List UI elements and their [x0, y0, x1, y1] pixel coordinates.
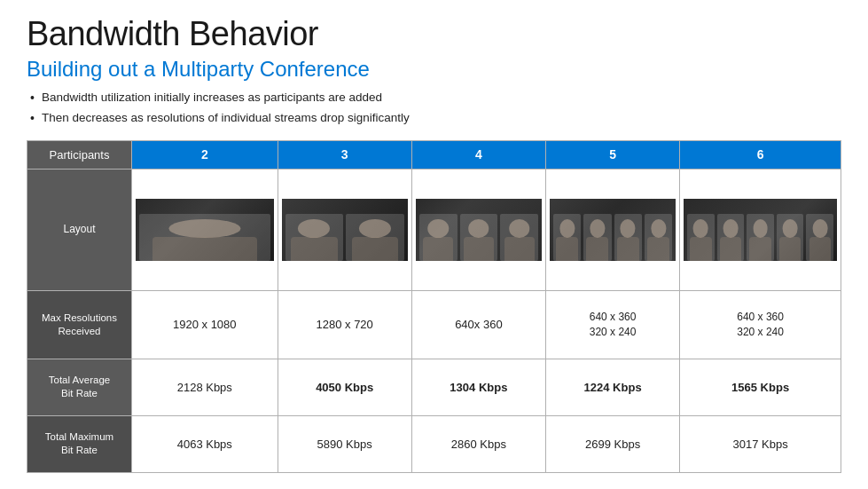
person-block: [346, 214, 404, 261]
max-res-3: 1280 x 720: [278, 290, 411, 359]
person-block: [806, 214, 833, 261]
max-res-4: 640x 360: [411, 290, 545, 359]
video-thumb-5: [550, 199, 676, 261]
avg-bit-5: 1224 Kbps: [546, 359, 680, 415]
col-header-3: 3: [278, 140, 411, 169]
person-block: [553, 214, 581, 261]
bullet-text-1: Bandwidth utilization initially increase…: [42, 89, 382, 106]
person-block: [717, 214, 745, 261]
avg-bit-3: 4050 Kbps: [278, 359, 411, 415]
data-table: Participants 2 3 4 5 6 Layout: [27, 140, 841, 473]
person-block: [583, 214, 611, 261]
max-bit-5: 2699 Kbps: [546, 415, 680, 472]
person-block: [777, 214, 804, 261]
bullet-dot-2: •: [30, 109, 35, 128]
layout-cell-6: [680, 169, 841, 290]
col-header-5: 5: [546, 140, 680, 169]
person-block: [139, 214, 270, 261]
layout-cell-5: [546, 169, 680, 290]
table-row-layout: Layout: [27, 169, 841, 290]
max-bit-2: 4063 Kbps: [132, 415, 278, 472]
max-bit-4: 2860 Kbps: [411, 415, 545, 472]
max-bit-6: 3017 Kbps: [680, 415, 841, 472]
bullet-text-2: Then decreases as resolutions of individ…: [42, 109, 410, 127]
person-block: [645, 214, 672, 261]
layout-cell-2: [132, 169, 278, 290]
person-block: [687, 214, 715, 261]
col-header-participants: Participants: [27, 140, 132, 169]
person-block: [500, 214, 538, 261]
row-label-max-res: Max ResolutionsReceived: [27, 290, 132, 359]
layout-cell-3: [278, 169, 411, 290]
person-block: [614, 214, 642, 261]
sub-title: Building out a Multiparty Conference: [27, 57, 841, 82]
col-header-2: 2: [132, 140, 278, 169]
video-thumb-3: [282, 199, 408, 261]
row-label-avg-bit: Total AverageBit Rate: [27, 359, 132, 415]
table-header-row: Participants 2 3 4 5 6: [27, 140, 841, 169]
table-row-max-bit: Total MaximumBit Rate 4063 Kbps 5890 Kbp…: [27, 415, 841, 472]
bullet-dot-1: •: [30, 89, 35, 107]
max-res-5: 640 x 360320 x 240: [546, 290, 680, 359]
max-bit-3: 5890 Kbps: [278, 415, 411, 472]
max-res-6: 640 x 360320 x 240: [680, 290, 841, 359]
max-res-2: 1920 x 1080: [132, 290, 278, 359]
col-header-6: 6: [680, 140, 841, 169]
person-block: [460, 214, 498, 261]
person-block: [285, 214, 344, 261]
avg-bit-2: 2128 Kbps: [132, 359, 278, 415]
person-block: [747, 214, 774, 261]
avg-bit-4: 1304 Kbps: [411, 359, 545, 415]
row-label-max-bit: Total MaximumBit Rate: [27, 415, 132, 472]
video-thumb-6: [684, 199, 837, 261]
avg-bit-6: 1565 Kbps: [680, 359, 841, 415]
page-container: Bandwidth Behavior Building out a Multip…: [0, 0, 868, 489]
bullets-list: • Bandwidth utilization initially increa…: [27, 89, 841, 130]
person-block: [419, 214, 457, 261]
row-label-layout: Layout: [27, 169, 132, 290]
main-title: Bandwidth Behavior: [27, 16, 841, 53]
col-header-4: 4: [411, 140, 545, 169]
video-thumb-4: [416, 199, 542, 261]
layout-cell-4: [411, 169, 545, 290]
table-row-avg-bit: Total AverageBit Rate 2128 Kbps 4050 Kbp…: [27, 359, 841, 415]
bullet-item-1: • Bandwidth utilization initially increa…: [30, 89, 841, 107]
bullet-item-2: • Then decreases as resolutions of indiv…: [30, 109, 841, 128]
video-thumb-2: [136, 199, 274, 261]
table-row-max-res: Max ResolutionsReceived 1920 x 1080 1280…: [27, 290, 841, 359]
